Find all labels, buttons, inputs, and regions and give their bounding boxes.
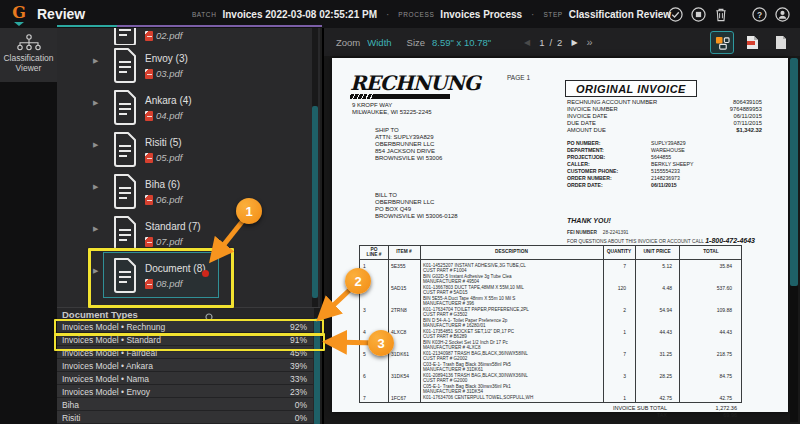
thank-you-text: THANK YOU! (567, 217, 611, 224)
page-indicator: 1 / 2 (539, 37, 562, 48)
batch-value: Invoices 2022-03-08 02:55:21 PM (222, 9, 377, 20)
subtotal-label: INVOICE SUB TOTAL (567, 405, 667, 411)
invoice-info-row: RECHNUNG ACCOUNT NUMBER806439105 (567, 99, 762, 106)
pdf-icon (145, 31, 153, 41)
po-row: ORDER NUMBER:2148236973 (567, 175, 727, 182)
delete-button[interactable] (713, 6, 729, 22)
invoice-info-row: DUE DATE07/11/2015 (567, 120, 762, 127)
document-icon (111, 47, 139, 87)
po-row: PO NUMBER:SUPLY39A829 (567, 140, 727, 147)
pdf-icon (145, 69, 153, 79)
current-page: 1 (539, 37, 544, 48)
top-bar: G Review BATCH Invoices 2022-03-08 02:55… (0, 0, 800, 28)
tree-item-partial[interactable]: 02.pdf (57, 28, 320, 46)
page-number-label: PAGE 1 (507, 74, 530, 81)
callout-balloon-2: 2 (345, 268, 371, 294)
expander-icon[interactable]: ▶ (93, 99, 98, 107)
page-title: Review (37, 6, 85, 22)
expander-icon[interactable]: ▶ (93, 57, 98, 65)
doc-type-row-nama[interactable]: Invoices Model • Nama 33% (57, 372, 313, 385)
doc-type-row-biha[interactable]: Biha 0% (57, 398, 313, 411)
tree-item-risiti[interactable]: ▶ Risiti (5) 05.pdf (57, 129, 320, 171)
file-name: 07.pdf (156, 236, 182, 247)
rail-label-line2: Viewer (0, 63, 57, 73)
col-header: QUANTITY (603, 249, 635, 254)
page-view-button[interactable] (770, 32, 792, 53)
zoom-mode-button[interactable]: Width (367, 37, 391, 48)
invoice-info-row: AMOUNT DUE$1,342.32 (567, 127, 762, 134)
export-pdf-button[interactable] (741, 32, 763, 53)
tree-scrollbar[interactable] (312, 28, 318, 307)
document-viewer: Zoom Width Size 8.59" x 10.78" ◀ 1 / 2 ▶… (322, 28, 800, 424)
expander-icon[interactable]: ▶ (93, 141, 98, 149)
document-canvas[interactable]: RECHNUNG 9 KROPF WAY MILWAUKEE, WI 53225… (324, 56, 800, 424)
step-value: Classification Review (569, 9, 671, 20)
tree-item-title: Standard (7) (145, 221, 201, 232)
fei-number: FEI NUMBER28-2241391 (567, 230, 628, 235)
document-icon (111, 131, 139, 171)
viewer-scrollbar[interactable] (790, 58, 798, 422)
svg-text:?: ? (756, 9, 761, 19)
confidence-value: 39% (290, 361, 307, 371)
last-page-icon[interactable]: » (587, 37, 593, 47)
logo-underline (350, 94, 450, 99)
tax-label: TAX (567, 412, 667, 418)
batch-label: BATCH (192, 11, 217, 18)
tax-value: 69.96 (667, 412, 737, 418)
step-label: STEP (543, 11, 562, 18)
invoice-logo: RECHNUNG (350, 71, 480, 95)
invoice-page[interactable]: RECHNUNG 9 KROPF WAY MILWAUKEE, WI 53225… (332, 58, 788, 412)
doc-type-row-envoy[interactable]: Invoices Model • Envoy 23% (57, 385, 313, 398)
confidence-value: 0% (295, 413, 307, 423)
sidebar-item-classification-viewer[interactable]: Classification Viewer (0, 28, 57, 82)
expander-icon[interactable]: ▶ (93, 183, 98, 191)
callout-balloon-1: 1 (236, 198, 262, 224)
tree-item-biha[interactable]: ▶ Biha (6) 06.pdf (57, 171, 320, 213)
tree-item-envoy[interactable]: ▶ Envoy (3) 03.pdf (57, 45, 320, 87)
file-name: 04.pdf (156, 110, 182, 121)
left-rail: Classification Viewer (0, 28, 57, 424)
callout-balloon-3: 3 (368, 330, 394, 356)
invoice-info-row: INVOICE DATE06/11/2015 (567, 113, 762, 120)
po-row: PROJECT/JOB:5644855 (567, 154, 727, 161)
pdf-icon (145, 237, 153, 247)
grooper-logo-icon: G (10, 4, 28, 24)
pdf-icon (145, 153, 153, 163)
confidence-value: 23% (290, 387, 307, 397)
file-name: 05.pdf (156, 152, 182, 163)
expander-icon[interactable]: ▶ (93, 225, 98, 233)
tree-item-title: Ankara (4) (145, 95, 192, 106)
invoice-info-row: INVOICE NUMBER9764889953 (567, 106, 762, 113)
tree-item-title: Biha (6) (145, 179, 180, 190)
page-navigation: ◀ 1 / 2 ▶ » (524, 28, 593, 56)
doc-type-row-ankara[interactable]: Invoices Model • Ankara 39% (57, 359, 313, 372)
tree-item-ankara[interactable]: ▶ Ankara (4) 04.pdf (57, 87, 320, 129)
po-row: CUSTOMER PHONE:5155554233 (567, 168, 727, 175)
user-account-button[interactable] (774, 6, 790, 22)
bill-to-block: BILL TO OBERBRUNNER LLC PO BOX Q49 BROWN… (375, 192, 458, 220)
ship-to-block: SHIP TO ATTN: SUPLY39A829 OBERBRUNNER LL… (375, 127, 442, 162)
phone-number: 1-800-472-4643 (705, 237, 755, 244)
highlight-box-document-8 (88, 248, 234, 308)
prev-page-icon[interactable]: ◀ (524, 38, 530, 47)
viewer-toolbar: Zoom Width Size 8.59" x 10.78" ◀ 1 / 2 ▶… (324, 28, 800, 56)
confidence-value: 0% (295, 400, 307, 410)
subtotal-value: 1,272.36 (667, 405, 737, 411)
size-value: 8.59" x 10.78" (432, 37, 491, 48)
next-page-icon[interactable]: ▶ (571, 38, 577, 47)
separator-dot: · (383, 9, 392, 20)
stop-task-button[interactable] (690, 6, 706, 22)
col-header: DESCRIPTION (420, 249, 603, 254)
process-value: Invoices Process (440, 9, 522, 20)
thumbnail-view-button[interactable] (710, 31, 734, 54)
help-button[interactable]: ? (751, 6, 767, 22)
file-name: 02.pdf (156, 30, 182, 41)
total-pages: 2 (557, 37, 562, 48)
rail-label-line1: Classification (0, 53, 57, 63)
doc-type-row-risiti[interactable]: Risiti 0% (57, 411, 313, 424)
tree-item-title: Envoy (3) (145, 53, 188, 64)
col-header: POLINE # (360, 247, 388, 257)
zoom-label: Zoom (336, 37, 360, 48)
po-row: DEPARTMENT:WAREHOUSE (567, 147, 727, 154)
col-header: UNIT PRICE (635, 249, 679, 254)
